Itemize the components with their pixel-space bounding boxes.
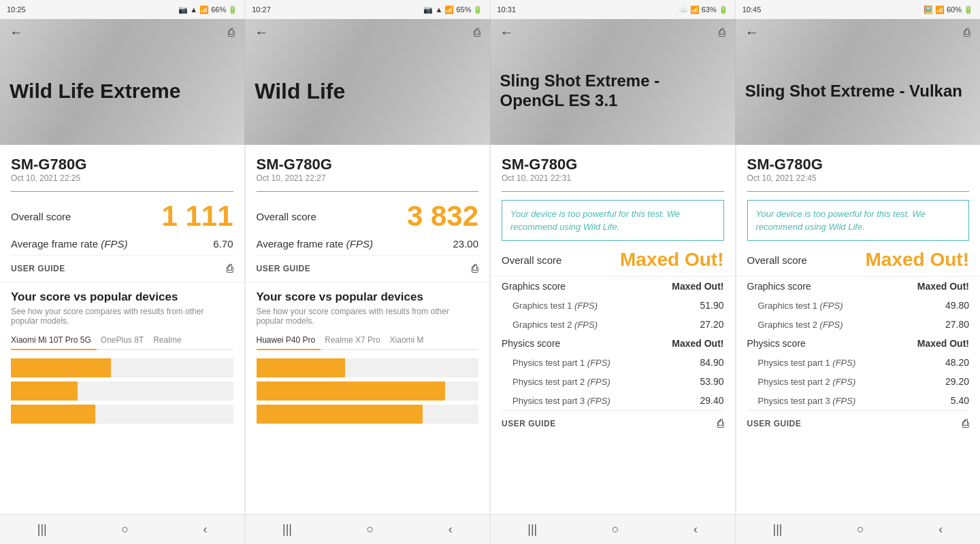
back-arrow-2[interactable]: ← bbox=[255, 24, 268, 40]
graphics-score-label-3: Graphics score bbox=[502, 281, 566, 292]
comp-tab-2-3[interactable]: Xiaomi M bbox=[390, 333, 429, 349]
share-icon-2[interactable]: ⎙ bbox=[474, 27, 480, 39]
panel-1-top: SM-G780G Oct 10, 2021 22:25 Overall scor… bbox=[0, 145, 244, 282]
graphics-score-row-3: Graphics score Maxed Out! bbox=[502, 277, 724, 296]
bar-row-1-3 bbox=[11, 405, 233, 424]
panel-2-top: SM-G780G Oct 10, 2021 22:27 Overall scor… bbox=[246, 145, 490, 282]
overall-score-row-3: Overall score Maxed Out! bbox=[502, 249, 724, 271]
user-guide-row-3: USER GUIDE ⎙ bbox=[502, 410, 724, 437]
device-name-2: SM-G780G bbox=[257, 156, 479, 173]
physics-score-value-4: Maxed Out! bbox=[917, 338, 969, 349]
divider-1 bbox=[11, 191, 233, 192]
nav-menu-1[interactable]: ||| bbox=[37, 522, 47, 537]
user-guide-label-4[interactable]: USER GUIDE bbox=[747, 419, 802, 428]
main-panels: SM-G780G Oct 10, 2021 22:25 Overall scor… bbox=[0, 145, 980, 514]
bar-track-2-3 bbox=[257, 405, 479, 424]
physics-test2-label-3: Physics test part 2 (FPS) bbox=[502, 377, 610, 387]
nav-home-4[interactable]: ○ bbox=[857, 522, 864, 537]
nav-home-1[interactable]: ○ bbox=[121, 522, 129, 537]
device-date-3: Oct 10, 2021 22:31 bbox=[502, 173, 724, 183]
user-guide-share-2[interactable]: ⎙ bbox=[472, 262, 478, 275]
share-icon-4[interactable]: ⎙ bbox=[964, 27, 970, 39]
device-date-2: Oct 10, 2021 22:27 bbox=[257, 173, 479, 183]
physics-test1-value-3: 84.90 bbox=[700, 357, 723, 368]
physics-test1-label-4: Physics test part 1 (FPS) bbox=[747, 358, 856, 368]
user-guide-label-1[interactable]: USER GUIDE bbox=[11, 264, 65, 273]
nav-menu-4[interactable]: ||| bbox=[772, 522, 782, 537]
banner-title-text-2: Wild Life bbox=[255, 78, 345, 104]
divider-2 bbox=[257, 191, 479, 192]
status-segment-3: 10:31 ☁️ 📶 63% 🔋 bbox=[491, 0, 736, 19]
banner-nav-2: ← ⎙ bbox=[255, 24, 480, 40]
physics-test2-value-3: 53.90 bbox=[700, 376, 723, 387]
nav-back-3[interactable]: ‹ bbox=[693, 522, 698, 537]
back-arrow-3[interactable]: ← bbox=[500, 24, 514, 40]
banner-2: ← ⎙ Wild Life bbox=[245, 19, 490, 145]
graphics-score-row-4: Graphics score Maxed Out! bbox=[747, 277, 970, 296]
nav-segment-3: ||| ○ ‹ bbox=[491, 515, 736, 544]
nav-back-1[interactable]: ‹ bbox=[203, 522, 208, 537]
banners-section: ← ⎙ Wild Life Extreme ← ⎙ Wild Life ← ⎙ … bbox=[0, 19, 980, 145]
nav-menu-2[interactable]: ||| bbox=[282, 522, 292, 537]
comp-tabs-1: Xiaomi Mi 10T Pro 5G OnePlus 8T Realme bbox=[11, 333, 233, 350]
panel-4: SM-G780G Oct 10, 2021 22:45 Your device … bbox=[736, 145, 981, 514]
overall-label-3: Overall score bbox=[502, 254, 561, 266]
user-guide-label-3[interactable]: USER GUIDE bbox=[502, 419, 556, 428]
bar-fill-1-1 bbox=[11, 358, 111, 377]
graphics-test2-value-3: 27.20 bbox=[700, 319, 723, 330]
comp-tab-2-1[interactable]: Huawei P40 Pro bbox=[257, 333, 321, 350]
banner-nav-3: ← ⎙ bbox=[500, 24, 725, 40]
graphics-test1-label-3: Graphics test 1 (FPS) bbox=[502, 301, 598, 311]
back-arrow-4[interactable]: ← bbox=[745, 24, 759, 40]
graphics-test1-value-3: 51.90 bbox=[700, 300, 723, 311]
panel-1-bottom: Your score vs popular devices See how yo… bbox=[0, 282, 244, 514]
comp-tab-2-2[interactable]: Realme X7 Pro bbox=[325, 333, 385, 349]
device-date-4: Oct 10, 2021 22:45 bbox=[747, 173, 970, 183]
fps-row-1: Average frame rate (FPS) 6.70 bbox=[11, 238, 233, 250]
divider-4 bbox=[747, 191, 970, 192]
user-guide-share-1[interactable]: ⎙ bbox=[227, 262, 233, 275]
physics-test3-row-4: Physics test part 3 (FPS) 5.40 bbox=[747, 391, 970, 410]
user-guide-row-2: USER GUIDE ⎙ bbox=[257, 255, 479, 282]
physics-test2-value-4: 29.20 bbox=[945, 376, 969, 387]
graphics-test1-row-4: Graphics test 1 (FPS) 49.80 bbox=[747, 296, 970, 315]
bar-fill-1-3 bbox=[11, 405, 95, 424]
panel-2: SM-G780G Oct 10, 2021 22:27 Overall scor… bbox=[246, 145, 490, 514]
physics-score-row-4: Physics score Maxed Out! bbox=[747, 334, 970, 353]
physics-test1-label-3: Physics test part 1 (FPS) bbox=[502, 358, 610, 368]
back-arrow-1[interactable]: ← bbox=[10, 24, 23, 40]
bar-fill-1-2 bbox=[11, 381, 78, 401]
overall-value-4: Maxed Out! bbox=[866, 249, 969, 271]
comp-tab-1-3[interactable]: Realme bbox=[153, 333, 186, 349]
nav-menu-3[interactable]: ||| bbox=[527, 522, 537, 537]
nav-back-4[interactable]: ‹ bbox=[938, 522, 943, 537]
device-name-3: SM-G780G bbox=[502, 156, 724, 173]
physics-score-label-4: Physics score bbox=[747, 338, 806, 349]
user-guide-share-3[interactable]: ⎙ bbox=[717, 418, 724, 430]
user-guide-share-4[interactable]: ⎙ bbox=[962, 418, 969, 430]
device-name-1: SM-G780G bbox=[11, 156, 233, 173]
nav-home-2[interactable]: ○ bbox=[366, 522, 374, 537]
status-time-4: 10:45 bbox=[742, 5, 762, 14]
comp-tab-1-2[interactable]: OnePlus 8T bbox=[101, 333, 149, 349]
user-guide-label-2[interactable]: USER GUIDE bbox=[257, 264, 311, 273]
share-icon-1[interactable]: ⎙ bbox=[228, 27, 235, 39]
nav-home-3[interactable]: ○ bbox=[612, 522, 619, 537]
banner-nav-1: ← ⎙ bbox=[10, 24, 235, 40]
bar-row-1-2 bbox=[11, 381, 233, 401]
fps-row-2: Average frame rate (FPS) 23.00 bbox=[257, 238, 479, 250]
graphics-test1-row-3: Graphics test 1 (FPS) 51.90 bbox=[502, 296, 724, 315]
advisory-box-4: Your device is too powerful for this tes… bbox=[747, 200, 970, 241]
popular-subtitle-2: See how your score compares with results… bbox=[257, 307, 479, 326]
nav-back-2[interactable]: ‹ bbox=[448, 522, 453, 537]
user-guide-row-4: USER GUIDE ⎙ bbox=[747, 410, 970, 437]
comp-tab-1-1[interactable]: Xiaomi Mi 10T Pro 5G bbox=[11, 333, 97, 350]
graphics-score-value-3: Maxed Out! bbox=[672, 281, 723, 292]
comp-tabs-2: Huawei P40 Pro Realme X7 Pro Xiaomi M bbox=[257, 333, 479, 350]
graphics-test2-row-3: Graphics test 2 (FPS) 27.20 bbox=[502, 315, 724, 334]
share-icon-3[interactable]: ⎙ bbox=[719, 27, 725, 39]
physics-score-row-3: Physics score Maxed Out! bbox=[502, 334, 724, 353]
device-name-4: SM-G780G bbox=[747, 156, 970, 173]
physics-test3-label-4: Physics test part 3 (FPS) bbox=[747, 396, 856, 406]
bar-track-1-1 bbox=[11, 358, 233, 377]
